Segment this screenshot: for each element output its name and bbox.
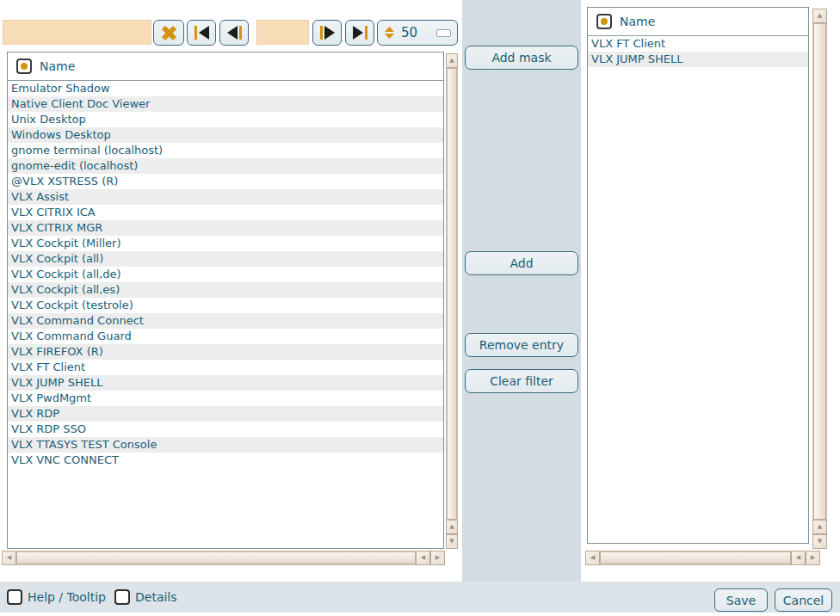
list-item[interactable]: VLX JUMP SHELL [588, 52, 808, 67]
next-page-icon [319, 26, 336, 40]
arrow-left-icon: ◀ [590, 555, 595, 561]
list-item[interactable]: VLX FIREFOX (R) [8, 344, 443, 360]
left-horizontal-scrollbar: ◀ ◀ ▶ [2, 551, 445, 565]
scrollbar-track [16, 551, 416, 565]
column-marker-icon [16, 59, 32, 74]
last-page-icon [352, 26, 368, 40]
scroll-down-button[interactable]: ▼ [812, 534, 827, 549]
left-vertical-scrollbar: ▲ ▲ ▼ [446, 53, 458, 549]
right-vertical-scrollbar: ▲ ▲ ▼ [812, 9, 827, 549]
details-label: Details [135, 590, 177, 604]
arrow-right-icon: ▶ [811, 555, 815, 561]
page-input[interactable] [256, 20, 309, 45]
clear-filter-button[interactable]: Clear filter [465, 369, 578, 393]
scroll-left-button[interactable]: ◀ [416, 551, 430, 565]
arrow-up-icon: ▲ [818, 13, 822, 19]
page-size-spinner[interactable]: 50 [377, 20, 458, 46]
up-down-arrows-icon [384, 27, 395, 39]
details-checkbox[interactable] [114, 589, 130, 605]
scrollbar-thumb[interactable] [813, 23, 826, 520]
page-size-value: 50 [401, 25, 417, 40]
remove-entry-button[interactable]: Remove entry [465, 333, 578, 357]
scroll-left-button[interactable]: ◀ [791, 551, 806, 565]
action-column: Add mask Add Remove entry Clear filter [462, 0, 581, 582]
available-apps-panel: Name Emulator ShadowNative Client Doc Vi… [7, 52, 444, 549]
first-page-button[interactable] [187, 20, 216, 46]
previous-page-button[interactable] [219, 20, 249, 46]
arrow-up-icon: ▲ [449, 524, 454, 530]
scroll-up-button[interactable]: ▲ [812, 520, 827, 534]
list-item[interactable]: VLX CITRIX ICA [8, 205, 443, 220]
filter-input[interactable] [3, 20, 151, 45]
list-item[interactable]: Unix Desktop [8, 112, 443, 127]
list-item[interactable]: gnome-edit (localhost) [8, 158, 443, 174]
scrollbar-thumb[interactable] [600, 551, 791, 564]
column-marker-icon [596, 14, 612, 29]
last-page-button[interactable] [345, 20, 374, 46]
scrollbar-thumb[interactable] [16, 551, 416, 564]
list-item[interactable]: VLX Cockpit (all,de) [8, 267, 443, 282]
add-mask-button[interactable]: Add mask [465, 46, 578, 70]
selected-apps-panel: Name VLX FT ClientVLX JUMP SHELL [587, 7, 809, 544]
selected-apps-list: VLX FT ClientVLX JUMP SHELL [588, 36, 808, 67]
right-horizontal-scrollbar: ◀ ◀ ▶ [585, 551, 820, 565]
list-item[interactable]: VLX JUMP SHELL [8, 375, 443, 391]
arrow-left-icon: ◀ [7, 555, 11, 561]
scroll-down-button[interactable]: ▼ [446, 534, 458, 549]
scroll-left-button[interactable]: ◀ [585, 551, 600, 565]
scrollbar-track [812, 23, 827, 520]
scroll-right-button[interactable]: ▶ [806, 551, 820, 565]
scrollbar-track [600, 551, 791, 565]
list-item[interactable]: @VLX XSTRESS (R) [8, 174, 443, 189]
name-column-header[interactable]: Name [8, 52, 443, 81]
cancel-button[interactable]: Cancel [775, 588, 832, 612]
scroll-right-button[interactable]: ▶ [430, 551, 445, 565]
name-column-header[interactable]: Name [588, 8, 808, 36]
previous-page-icon [226, 26, 243, 40]
list-item[interactable]: VLX Cockpit (Miller) [8, 236, 443, 251]
list-item[interactable]: Windows Desktop [8, 127, 443, 143]
list-item[interactable]: gnome terminal (localhost) [8, 143, 443, 158]
help-tooltip-label: Help / Tooltip [28, 590, 106, 604]
arrow-down-icon: ▼ [449, 539, 454, 545]
scrollbar-thumb[interactable] [447, 68, 457, 520]
list-item[interactable]: VLX VNC CONNECT [8, 453, 443, 468]
list-item[interactable]: VLX Cockpit (testrole) [8, 298, 443, 313]
next-page-button[interactable] [312, 20, 342, 46]
list-item[interactable]: VLX RDP SSO [8, 422, 443, 437]
column-header-label: Name [620, 15, 655, 28]
scroll-up-button[interactable]: ▲ [446, 53, 458, 68]
list-item[interactable]: Native Client Doc Viewer [8, 96, 443, 112]
spinner-handle[interactable] [436, 29, 451, 37]
first-page-icon [194, 26, 210, 40]
list-item[interactable]: VLX TTASYS TEST Console [8, 437, 443, 453]
list-item[interactable]: VLX Cockpit (all) [8, 251, 443, 267]
clear-filter-button[interactable] [153, 20, 184, 46]
list-item[interactable]: Emulator Shadow [8, 81, 443, 96]
list-item[interactable]: VLX PwdMgmt [8, 391, 443, 406]
arrow-up-icon: ▲ [818, 524, 822, 530]
arrow-right-icon: ▶ [435, 555, 440, 561]
scrollbar-track [446, 68, 458, 520]
column-header-label: Name [40, 59, 75, 73]
arrow-left-icon: ◀ [796, 555, 800, 561]
list-item[interactable]: VLX Assist [8, 189, 443, 205]
list-item[interactable]: VLX CITRIX MGR [8, 220, 443, 236]
x-icon [161, 25, 177, 41]
list-item[interactable]: VLX Command Guard [8, 329, 443, 344]
arrow-up-icon: ▲ [449, 58, 454, 64]
help-tooltip-checkbox[interactable] [7, 589, 22, 605]
arrow-left-icon: ◀ [421, 555, 425, 561]
add-button[interactable]: Add [465, 251, 578, 275]
save-button[interactable]: Save [714, 588, 768, 612]
arrow-down-icon: ▼ [818, 539, 822, 545]
scroll-left-button[interactable]: ◀ [2, 551, 16, 565]
list-item[interactable]: VLX RDP [8, 406, 443, 422]
list-item[interactable]: VLX Command Connect [8, 313, 443, 329]
list-item[interactable]: VLX FT Client [588, 36, 808, 52]
list-item[interactable]: VLX Cockpit (all,es) [8, 282, 443, 298]
scroll-up-button[interactable]: ▲ [446, 520, 458, 534]
scroll-up-button[interactable]: ▲ [812, 9, 827, 23]
footer-bar: Help / Tooltip Details Save Cancel [0, 582, 840, 613]
list-item[interactable]: VLX FT Client [8, 360, 443, 375]
